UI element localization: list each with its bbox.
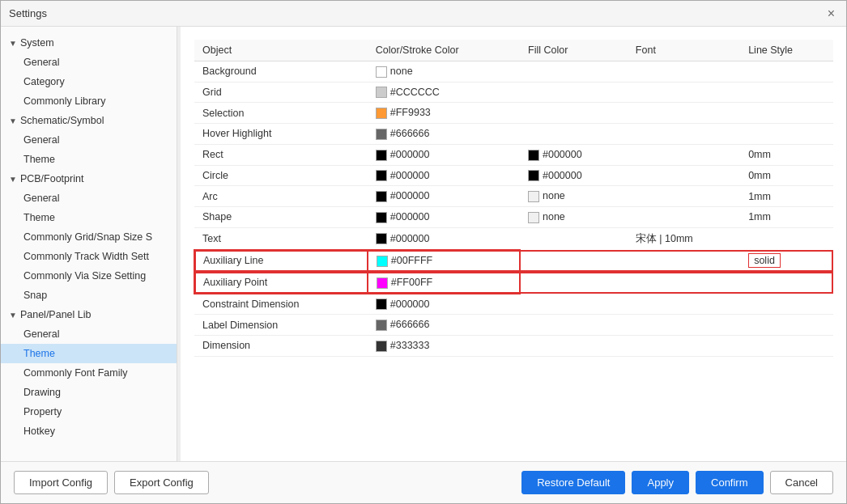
cell-line-style	[740, 227, 833, 250]
cell-fill-color[interactable]	[520, 82, 628, 103]
sidebar-item-theme-schematic[interactable]: Theme	[1, 150, 177, 169]
cell-object: Shape	[194, 206, 368, 227]
cell-fill-color[interactable]	[520, 103, 628, 124]
stroke-color-value: #00FFFF	[391, 255, 432, 266]
restore-default-button[interactable]: Restore Default	[521, 471, 625, 494]
cell-font	[628, 206, 740, 227]
cell-line-style	[740, 315, 833, 336]
table-row[interactable]: Grid#CCCCCC	[194, 82, 833, 103]
sidebar-section-panel[interactable]: ▼ Panel/Panel Lib	[1, 305, 177, 324]
stroke-color-value: #000000	[390, 149, 430, 160]
footer-right: Restore Default Apply Confirm Cancel	[521, 471, 833, 494]
cell-object: Arc	[194, 186, 368, 207]
cell-fill-color[interactable]	[520, 272, 628, 294]
table-row[interactable]: Backgroundnone	[194, 61, 833, 83]
cell-object: Label Dimension	[194, 315, 368, 336]
cell-font	[628, 315, 740, 336]
sidebar-item-general-pcb[interactable]: General	[1, 188, 177, 208]
cell-fill-color[interactable]	[520, 294, 628, 315]
cell-line-style	[740, 272, 833, 294]
cell-fill-color[interactable]	[520, 315, 628, 336]
cell-fill-color[interactable]: none	[520, 206, 628, 227]
table-row[interactable]: Dimension#333333	[194, 335, 833, 356]
color-swatch	[377, 277, 388, 289]
table-row[interactable]: Label Dimension#666666	[194, 315, 833, 336]
cell-object: Dimension	[194, 335, 368, 356]
color-swatch	[377, 256, 388, 267]
col-header-object: Object	[194, 40, 368, 61]
cell-fill-color[interactable]: none	[520, 186, 628, 207]
cell-stroke-color[interactable]: #000000	[368, 206, 520, 227]
cell-stroke-color[interactable]: none	[368, 61, 520, 83]
sidebar-item-hotkey[interactable]: Hotkey	[1, 421, 177, 441]
sidebar-section-pcb[interactable]: ▼ PCB/Footprint	[1, 169, 177, 188]
cell-fill-color[interactable]: #000000	[520, 165, 628, 186]
col-header-linestyle: Line Style	[740, 40, 833, 61]
cell-stroke-color[interactable]: #000000	[368, 186, 520, 207]
cell-stroke-color[interactable]: #000000	[368, 227, 520, 250]
cell-stroke-color[interactable]: #00FFFF	[368, 250, 520, 272]
stroke-color-value: #FF9933	[390, 107, 431, 118]
sidebar-item-font-family[interactable]: Commonly Font Family	[1, 363, 177, 383]
table-row[interactable]: Rect#000000#0000000mm	[194, 144, 833, 165]
sidebar-item-theme-pcb[interactable]: Theme	[1, 208, 177, 227]
table-row[interactable]: Auxiliary Line#00FFFFsolid	[194, 250, 833, 272]
table-row[interactable]: Text#000000宋体 | 10mm	[194, 227, 833, 250]
sidebar-item-grid-snap[interactable]: Commonly Grid/Snap Size S	[1, 227, 177, 247]
sidebar-item-commonly-library[interactable]: Commonly Library	[1, 91, 177, 111]
sidebar-item-property[interactable]: Property	[1, 402, 177, 421]
cell-stroke-color[interactable]: #666666	[368, 315, 520, 336]
table-row[interactable]: Arc#000000none1mm	[194, 186, 833, 207]
cell-fill-color[interactable]	[520, 227, 628, 250]
sidebar-item-theme-panel[interactable]: Theme	[1, 344, 177, 363]
sidebar-item-snap[interactable]: Snap	[1, 286, 177, 305]
color-swatch	[376, 66, 387, 78]
cell-stroke-color[interactable]: #000000	[368, 144, 520, 165]
sidebar-section-schematic[interactable]: ▼ Schematic/Symbol	[1, 111, 177, 130]
table-row[interactable]: Constraint Dimension#000000	[194, 294, 833, 315]
sidebar-section-system[interactable]: ▼ System	[1, 33, 177, 53]
cell-stroke-color[interactable]: #000000	[368, 294, 520, 315]
color-swatch	[376, 212, 387, 223]
sidebar-item-general-panel[interactable]: General	[1, 324, 177, 344]
cell-stroke-color[interactable]: #FF9933	[368, 103, 520, 124]
cell-fill-color[interactable]	[520, 250, 628, 272]
sidebar-item-category[interactable]: Category	[1, 72, 177, 91]
table-row[interactable]: Selection#FF9933	[194, 103, 833, 124]
color-swatch	[376, 233, 387, 244]
sidebar-item-via-size[interactable]: Commonly Via Size Setting	[1, 266, 177, 286]
sidebar-item-general-system[interactable]: General	[1, 53, 177, 72]
cell-stroke-color[interactable]: #000000	[368, 165, 520, 186]
cell-stroke-color[interactable]: #333333	[368, 335, 520, 356]
cell-font	[628, 103, 740, 124]
cell-fill-color[interactable]	[520, 61, 628, 83]
cell-font	[628, 61, 740, 83]
table-row[interactable]: Auxiliary Point#FF00FF	[194, 272, 833, 294]
confirm-button[interactable]: Confirm	[696, 471, 764, 494]
cell-fill-color[interactable]	[520, 124, 628, 145]
import-config-button[interactable]: Import Config	[14, 471, 108, 494]
cancel-button[interactable]: Cancel	[770, 471, 833, 494]
cell-object: Grid	[194, 82, 368, 103]
apply-button[interactable]: Apply	[632, 471, 689, 494]
sidebar-item-track-width[interactable]: Commonly Track Width Sett	[1, 247, 177, 266]
sidebar-item-general-schematic[interactable]: General	[1, 130, 177, 150]
table-header-row: Object Color/Stroke Color Fill Color Fon…	[194, 40, 833, 61]
cell-stroke-color[interactable]: #CCCCCC	[368, 82, 520, 103]
close-button[interactable]: ×	[824, 6, 838, 22]
sidebar-item-drawing[interactable]: Drawing	[1, 383, 177, 402]
cell-stroke-color[interactable]: #FF00FF	[368, 272, 520, 294]
table-row[interactable]: Shape#000000none1mm	[194, 206, 833, 227]
color-swatch	[376, 320, 387, 331]
fill-color-swatch	[528, 191, 539, 202]
cell-stroke-color[interactable]: #666666	[368, 124, 520, 145]
settings-dialog: Settings × ▼ System General Category Com…	[0, 0, 847, 504]
table-row[interactable]: Circle#000000#0000000mm	[194, 165, 833, 186]
cell-fill-color[interactable]: #000000	[520, 144, 628, 165]
cell-line-style: 1mm	[740, 186, 833, 207]
dialog-title: Settings	[9, 7, 47, 19]
dialog-footer: Import Config Export Config Restore Defa…	[1, 461, 846, 503]
table-row[interactable]: Hover Highlight#666666	[194, 124, 833, 145]
cell-fill-color[interactable]	[520, 335, 628, 356]
export-config-button[interactable]: Export Config	[114, 471, 209, 494]
